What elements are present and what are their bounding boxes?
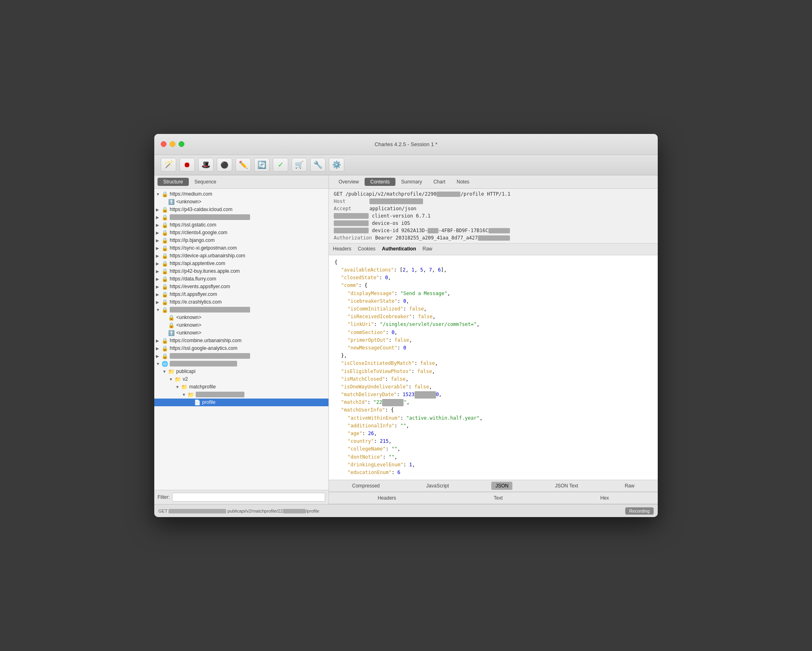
tab-overview[interactable]: Overview (333, 178, 365, 186)
label-profile: profile (202, 399, 216, 405)
compose-button[interactable]: ✏️ (235, 158, 251, 172)
status-url: GET ████████████████████ publicapi/v2/ma… (158, 509, 622, 513)
sidebar-filter: Filter: (154, 490, 328, 504)
tree-item-urbanairship[interactable]: ▶ 🔒 https://device-api.urbanairship.com (154, 252, 328, 260)
label-blurred2: https://███████████████████ (170, 307, 250, 313)
bottom-tab-json[interactable]: JSON (491, 482, 512, 490)
filter-input[interactable] (172, 493, 325, 502)
tree-item-google[interactable]: ▶ 🔒 https://clients4.google.com (154, 229, 328, 237)
tree-item-googleanalytics[interactable]: ▶ 🔒 https://ssl.google-analytics.com (154, 345, 328, 352)
json-comm-open: "comm": { (335, 282, 652, 289)
json-college-name: "collegeName": "", (335, 445, 652, 453)
bottom-tab-raw[interactable]: Raw (621, 482, 639, 490)
tree-item-itunes[interactable]: ▶ 🔒 https://p42-buy.itunes.apple.com (154, 267, 328, 275)
request-headers: GET /publicapi/v2/matchprofile/2290█████… (329, 189, 658, 244)
bottom-tab-hex[interactable]: Hex (596, 494, 613, 502)
label-blurred3: https://███████████████████ (170, 353, 250, 359)
tree-item-http-blurred[interactable]: ▼ 🌐 http://████████████████ (154, 360, 328, 368)
json-match-delivery: "matchDeliveryDate": 1523████████0, (335, 391, 652, 399)
tree-item-blurred2[interactable]: ▼ 🔒 https://███████████████████ (154, 306, 328, 314)
sub-tab-headers[interactable]: Headers (333, 245, 351, 253)
record-button[interactable]: ⏺ (179, 158, 195, 172)
request-line-device-os: X-███████████ device-os iOS (334, 220, 653, 227)
tab-notes[interactable]: Notes (451, 178, 475, 186)
tree-item-blurred-unknown1[interactable]: 🔒 <unknown> (154, 314, 328, 321)
bottom-tab-javascript[interactable]: JavaScript (422, 482, 453, 490)
tree-item-apptentive[interactable]: ▶ 🔒 https://api.apptentive.com (154, 260, 328, 267)
top-tabs: Overview Contents Summary Chart Notes (329, 175, 658, 189)
label-v2: v2 (183, 376, 188, 382)
validate-button[interactable]: ✓ (273, 158, 288, 172)
titlebar: Charles 4.2.5 - Session 1 * (154, 134, 658, 155)
tree-item-v2[interactable]: ▼ 📁 v2 (154, 375, 328, 383)
json-brace-open: { (335, 259, 652, 266)
json-match-id: "matchId": "22████████", (335, 399, 652, 406)
tab-chart[interactable]: Chart (428, 178, 451, 186)
tree-item-matchprofile[interactable]: ▼ 📁 matchprofile (154, 383, 328, 391)
json-primer-opt-out: "primerOptOut": false, (335, 336, 652, 344)
tree-item-gstatic[interactable]: ▶ 🔒 https://ssl.gstatic.com (154, 221, 328, 229)
json-one-way: "isOneWayUndeliverable": false, (335, 383, 652, 391)
tree-item-id-blurred[interactable]: ▼ 📁 2290███████████ (154, 391, 328, 399)
tab-sequence[interactable]: Sequence (189, 178, 222, 186)
label-medium: https://medium.com (170, 191, 212, 197)
label-googleanalytics: https://ssl.google-analytics.com (170, 345, 238, 351)
json-available-actions: "availableActions": [2, 1, 5, 7, 6], (335, 266, 652, 274)
tree-item-crashlytics[interactable]: ▶ 🔒 https://e.crashlytics.com (154, 298, 328, 306)
tree-item-appsflyer-t[interactable]: ▶ 🔒 https://t.appsflyer.com (154, 291, 328, 298)
sub-tab-authentication[interactable]: Authentication (382, 245, 416, 253)
maximize-button[interactable] (179, 141, 184, 147)
label-flurry: https://data.flurry.com (170, 276, 216, 282)
filter-label: Filter: (158, 494, 170, 500)
json-comm-close: }, (335, 352, 652, 360)
bottom-tab-compressed[interactable]: Compressed (348, 482, 384, 490)
host-value: ████████████████████ (369, 198, 423, 204)
json-active-within: "activeWithinEnum": "active.within.half.… (335, 414, 652, 422)
tree-item-appsflyer-events[interactable]: ▶ 🔒 https://events.appsflyer.com (154, 283, 328, 291)
json-country: "country": 215, (335, 438, 652, 445)
tab-structure[interactable]: Structure (158, 178, 189, 186)
minimize-button[interactable] (170, 141, 175, 147)
bottom-tab-text[interactable]: Text (490, 494, 507, 502)
bottom-tab-headers[interactable]: Headers (374, 494, 400, 502)
tree-item-blurred1[interactable]: ▶ 🔒 https://███████████████████ (154, 213, 328, 221)
json-received-icebreaker: "isReceivedIcebreaker": false, (335, 313, 652, 321)
rewrite-button[interactable]: 🛒 (292, 158, 307, 172)
tree-item-postman[interactable]: ▶ 🔒 https://sync-xi.getpostman.com (154, 244, 328, 252)
request-line-device-id: X-███████████ device-id 9262A13D-████-4F… (334, 227, 653, 234)
status-bar: GET ████████████████████ publicapi/v2/ma… (154, 504, 658, 517)
tree-item-combine[interactable]: ▶ 🔒 https://combine.urbanairship.com (154, 337, 328, 345)
repeat-button[interactable]: 🔄 (254, 158, 270, 172)
tools-button[interactable]: 🔧 (310, 158, 326, 172)
tree-area: ▼ 🔒 https://medium.com ⬆️ <unknown> ▶ 🔒 … (154, 189, 328, 490)
label-apptentive: https://api.apptentive.com (170, 261, 225, 266)
tree-item-medium-unknown[interactable]: ⬆️ <unknown> (154, 198, 328, 206)
settings-button[interactable]: ⚙️ (329, 158, 344, 172)
recording-badge: Recording (625, 507, 654, 515)
request-line-auth: Authorization Bearer 20318255_a209_41aa_… (334, 234, 653, 241)
tree-item-bjango[interactable]: ▶ 🔒 https://ip.bjango.com (154, 237, 328, 244)
broom-tool-button[interactable]: 🪄 (161, 158, 176, 172)
tree-item-publicapi[interactable]: ▼ 📁 publicapi (154, 368, 328, 375)
throttle-button[interactable]: 🎩 (198, 158, 214, 172)
breakpoint-button[interactable]: ⚫ (217, 158, 232, 172)
label-appsflyer-events: https://events.appsflyer.com (170, 284, 230, 289)
sub-tab-cookies[interactable]: Cookies (358, 245, 375, 253)
tab-contents[interactable]: Contents (365, 178, 395, 186)
bottom-tab-json-text[interactable]: JSON Text (551, 482, 582, 490)
close-button[interactable] (161, 141, 166, 147)
tree-item-blurred-unknown2[interactable]: 🔒 <unknown> (154, 321, 328, 329)
sidebar-tabs: Structure Sequence (154, 175, 328, 189)
tree-item-flurry[interactable]: ▶ 🔒 https://data.flurry.com (154, 275, 328, 283)
tab-summary[interactable]: Summary (395, 178, 428, 186)
tree-item-blurred-unknown3[interactable]: ⬆️ <unknown> (154, 329, 328, 337)
tree-item-profile[interactable]: 📄 profile (154, 399, 328, 406)
tree-item-blurred3[interactable]: ▶ 🔒 https://███████████████████ (154, 352, 328, 360)
sidebar: Structure Sequence ▼ 🔒 https://medium.co… (154, 175, 329, 504)
get-line: GET /publicapi/v2/matchprofile/2290█████… (334, 191, 510, 197)
sub-tab-raw[interactable]: Raw (423, 245, 432, 253)
label-http-blurred: http://████████████████ (170, 361, 237, 366)
tree-item-icloud[interactable]: ▶ 🔒 https://p43-caldav.icloud.com (154, 206, 328, 213)
label-blurred-unknown2: <unknown> (176, 322, 201, 328)
tree-item-medium[interactable]: ▼ 🔒 https://medium.com (154, 190, 328, 198)
